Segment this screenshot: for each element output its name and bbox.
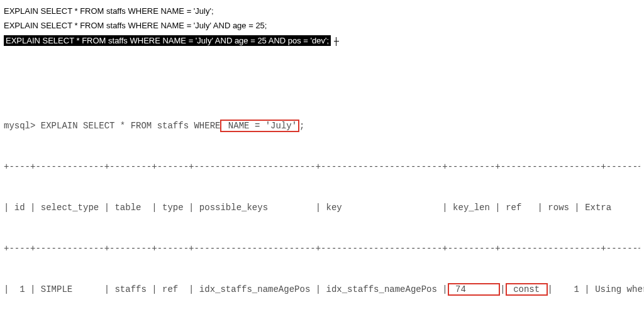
text-cursor-icon — [336, 37, 337, 46]
mysql-prompt-1: mysql> EXPLAIN SELECT * FROM staffs WHER… — [4, 120, 640, 133]
prompt-suffix: ; — [299, 121, 304, 131]
prompt-prefix: mysql> EXPLAIN SELECT * FROM staffs WHER… — [4, 121, 220, 131]
query-line-3-highlight[interactable]: EXPLAIN SELECT * FROM staffs WHERE NAME … — [4, 35, 331, 46]
query-line-2: EXPLAIN SELECT * FROM staffs WHERE NAME … — [4, 21, 640, 30]
terminal-output: mysql> EXPLAIN SELECT * FROM staffs WHER… — [4, 64, 640, 324]
query-line-1: EXPLAIN SELECT * FROM staffs WHERE NAME … — [4, 6, 640, 16]
where-clause-highlight-1: NAME = 'July' — [220, 120, 299, 132]
query-line-3-container: EXPLAIN SELECT * FROM staffs WHERE NAME … — [4, 35, 640, 46]
query-list: EXPLAIN SELECT * FROM staffs WHERE NAME … — [4, 6, 640, 46]
key-len-highlight-1: 74 — [448, 283, 501, 296]
ref-highlight-1: const — [506, 283, 548, 296]
table-sep: +----+-------------+--------+------+----… — [4, 160, 640, 174]
table-header-1: | id | select_type | table | type | poss… — [4, 201, 640, 215]
table-row: | 1 | SIMPLE | staffs | ref | idx_staffs… — [4, 283, 640, 297]
table-sep: +----+-------------+--------+------+----… — [4, 242, 640, 256]
